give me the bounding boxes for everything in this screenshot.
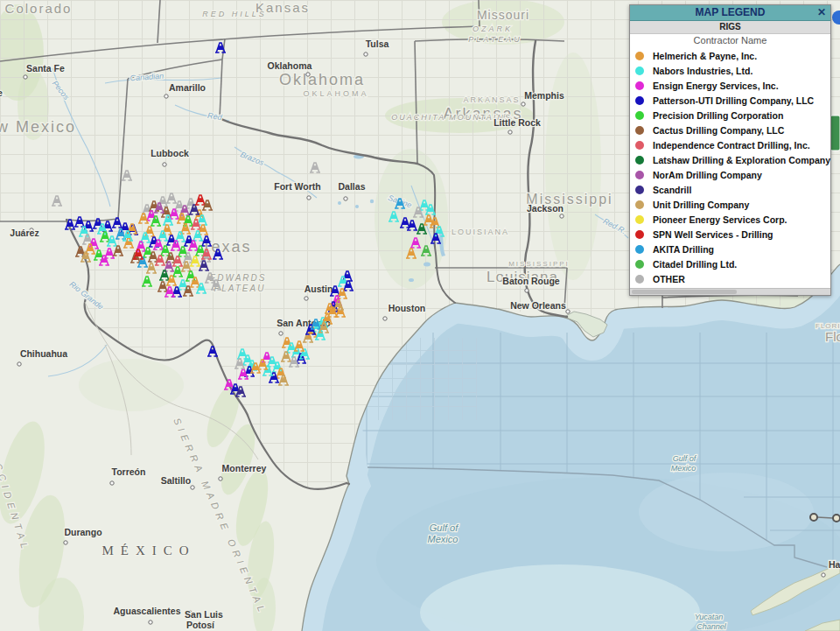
physiographic-label: PLATEAU	[214, 284, 266, 293]
map-state-label: ARKANSAS	[463, 95, 520, 104]
water-label: Gulf of	[673, 454, 697, 463]
legend-item: SPN Well Services - Drilling	[630, 227, 830, 242]
city-label: Houston	[388, 303, 426, 313]
map-state-label: OKLAHOMA	[303, 89, 368, 98]
legend-item-label: Scandrill	[653, 185, 691, 195]
legend-item: Ensign Energy Services, Inc.	[630, 78, 830, 93]
legend-scrollbar[interactable]	[630, 288, 830, 295]
city-label: Tulsa	[366, 39, 389, 49]
city-marker	[307, 196, 311, 200]
close-icon[interactable]: ✕	[817, 5, 826, 20]
city-marker	[304, 297, 308, 300]
water-label: Mexico	[671, 464, 696, 473]
legend-item-label: Unit Drilling Company	[653, 200, 749, 210]
city-label: Durango	[64, 527, 102, 537]
legend-item-label: Patterson-UTI Drilling Company, LLC	[653, 95, 814, 106]
city-marker	[279, 332, 283, 335]
city-marker	[560, 214, 564, 218]
city-label: San Luis	[185, 609, 223, 620]
map-legend-panel: MAP LEGEND ✕ RIGS Contractor Name Helmer…	[629, 4, 831, 296]
water-label: Channel	[696, 622, 727, 631]
city-marker	[219, 477, 222, 480]
legend-item: Pioneer Energy Services Corp.	[630, 212, 830, 227]
city-label: Monterrey	[222, 463, 267, 473]
physiographic-label: PLATEAU	[468, 35, 522, 44]
legend-item: AKITA Drilling	[630, 242, 830, 256]
city-marker	[191, 486, 194, 489]
legend-item: Unit Drilling Company	[630, 197, 830, 212]
legend-color-dot	[635, 171, 644, 179]
legend-item: Precision Drilling Corporation	[630, 108, 830, 123]
legend-color-dot	[635, 200, 644, 209]
legend-color-dot	[635, 275, 644, 284]
city-label: Austin	[304, 284, 333, 294]
city-marker	[110, 481, 114, 485]
city-marker	[566, 310, 570, 313]
city-marker	[508, 130, 512, 134]
island-ring	[810, 514, 817, 521]
city-label: Havana	[829, 559, 840, 570]
legend-item-label: Precision Drilling Corporation	[653, 110, 783, 121]
city-label: Baton Rouge	[502, 276, 559, 286]
legend-item-label: Citadel Drilling Ltd.	[653, 259, 737, 270]
legend-item: NorAm Drilling Company	[630, 167, 830, 182]
legend-color-dot	[635, 81, 644, 90]
legend-item-label: Ensign Energy Services, Inc.	[653, 81, 779, 91]
city-label: Chihuahua	[20, 348, 67, 359]
legend-color-dot	[635, 230, 644, 239]
legend-item-label: Helmerich & Payne, Inc.	[653, 51, 757, 61]
legend-item-label: AKITA Drilling	[653, 244, 714, 255]
legend-column-header: Contractor Name	[630, 34, 830, 47]
city-marker	[164, 95, 168, 98]
legend-item: Nabors Industries, Ltd.	[630, 63, 830, 78]
legend-item: Citadel Drilling Ltd.	[630, 256, 830, 271]
city-marker	[525, 289, 528, 292]
city-marker	[306, 73, 310, 76]
water-label: Mexico	[428, 534, 458, 544]
map-state-label: Florida	[825, 329, 840, 344]
city-label: Memphis	[524, 90, 564, 101]
city-label: Lubbock	[150, 148, 189, 158]
city-marker	[383, 317, 387, 320]
city-marker	[344, 197, 347, 200]
city-label: Jackson	[527, 203, 564, 214]
city-marker	[149, 620, 152, 624]
city-marker	[24, 75, 27, 79]
physiographic-label: OZARK	[472, 25, 513, 33]
legend-color-dot	[635, 141, 644, 150]
city-marker	[64, 541, 67, 544]
city-label: Oklahoma	[268, 60, 312, 71]
legend-title: MAP LEGEND	[696, 6, 766, 18]
city-marker	[163, 163, 166, 166]
city-marker	[522, 102, 525, 106]
physiographic-label: RED HILLS	[202, 10, 267, 18]
city-label: Santa Fe	[26, 63, 65, 74]
city-marker	[364, 53, 368, 56]
legend-item-label: NorAm Drilling Company	[653, 170, 762, 180]
city-label: Amarillo	[169, 82, 206, 93]
map-state-label: Missouri	[477, 8, 529, 22]
legend-item-label: Pioneer Energy Services Corp.	[653, 214, 787, 225]
city-label: Torreón	[112, 466, 146, 477]
legend-color-dot	[635, 67, 644, 75]
legend-item-label: Independence Contract Drilling, Inc.	[653, 140, 810, 151]
legend-item-label: Latshaw Drilling & Exploration Company	[653, 155, 830, 165]
legend-item: Scandrill	[630, 182, 830, 197]
city-label: Little Rock	[494, 117, 541, 128]
legend-color-dot	[635, 215, 644, 224]
map-state-label: Colorado	[5, 1, 73, 16]
state-label-box	[830, 116, 840, 151]
map-viewport[interactable]: ColoradoKansasMissouriOklahomaOKLAHOMAAr…	[0, 0, 840, 631]
legend-color-dot	[635, 126, 644, 135]
legend-header: MAP LEGEND ✕	[630, 5, 830, 21]
legend-item: Helmerich & Payne, Inc.	[630, 48, 830, 63]
island-ring	[833, 515, 840, 522]
city-marker	[18, 362, 21, 366]
map-state-label: New Mexico	[0, 118, 76, 136]
legend-item: Independence Contract Drilling, Inc.	[630, 137, 830, 152]
legend-item: OTHER	[630, 271, 830, 286]
city-label: Saltillo	[161, 475, 191, 486]
map-state-label: Oklahoma	[279, 71, 365, 88]
city-label: Juárez	[10, 228, 38, 238]
legend-item-label: Cactus Drilling Company, LLC	[653, 125, 784, 136]
